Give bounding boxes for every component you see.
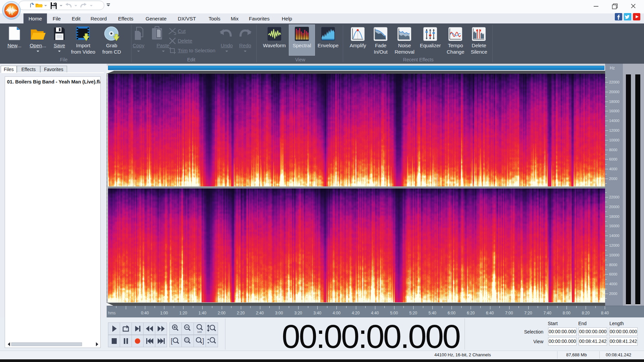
svg-text:100: 100 bbox=[197, 330, 202, 334]
svg-text:]: ] bbox=[202, 337, 204, 345]
svg-text:[: [ bbox=[171, 337, 173, 345]
